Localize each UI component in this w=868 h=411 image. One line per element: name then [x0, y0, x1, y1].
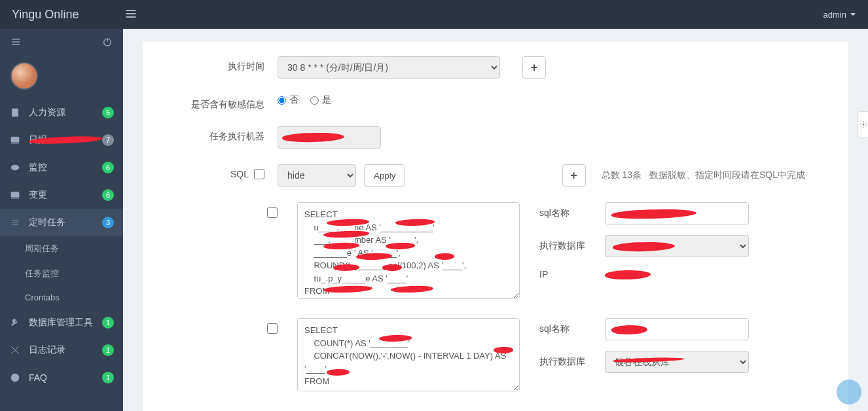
sql-textarea[interactable]	[297, 318, 520, 391]
sql-row-checkbox[interactable]	[267, 207, 278, 218]
info-icon	[9, 372, 21, 383]
badge: 6	[102, 189, 114, 201]
floating-action-button[interactable]	[837, 380, 861, 404]
menu-toggle-icon[interactable]	[10, 37, 21, 49]
badge: 7	[102, 134, 114, 146]
user-name: admin	[823, 10, 846, 20]
sidebar: 人力资源 5 日报 7 监控 6 变更 6 定时任务 3 周期任务 任务监控 C…	[0, 29, 123, 411]
sql-checkbox[interactable]	[254, 169, 264, 179]
monitor-icon	[9, 190, 21, 200]
sidebar-item-dbtools[interactable]: 数据库管理工具 1	[0, 309, 123, 336]
sidebar-item-label: 变更	[29, 189, 102, 201]
sql-textarea[interactable]	[297, 202, 520, 299]
settings-tab[interactable]	[858, 111, 868, 137]
sidebar-item-logs[interactable]: 日志记录 1	[0, 336, 123, 364]
gear-icon	[859, 120, 867, 128]
wrench-icon	[9, 317, 21, 328]
tools-icon	[9, 345, 21, 355]
power-icon[interactable]	[102, 37, 113, 49]
sidebar-item-label: FAQ	[29, 372, 102, 383]
sidebar-item-change[interactable]: 变更 6	[0, 181, 123, 209]
sql-block-1: sql名称 执行数据库 IP	[160, 202, 831, 301]
form-panel: 执行时间 30 8 * * * (分/时/周/日/月) + 是否含有敏感信息 否…	[143, 42, 848, 411]
exec-time-label: 执行时间	[160, 56, 278, 73]
svg-point-21	[862, 124, 864, 126]
eye-icon	[9, 162, 21, 173]
hide-select[interactable]: hide	[278, 164, 356, 187]
badge: 1	[102, 372, 114, 384]
brand-title: Yingu Online	[12, 8, 79, 22]
badge: 1	[102, 344, 114, 356]
sidebar-item-cron[interactable]: 定时任务 3	[0, 209, 123, 236]
sidebar-item-faq[interactable]: FAQ 1	[0, 364, 123, 391]
hamburger-icon[interactable]	[79, 7, 137, 22]
sql-label: SQL	[230, 169, 249, 179]
sidebar-item-report[interactable]: 日报 7	[0, 126, 123, 154]
cron-select[interactable]: 30 8 * * * (分/时/周/日/月)	[278, 56, 500, 79]
sidebar-item-label: 定时任务	[29, 217, 102, 228]
sql-name-label: sql名称	[539, 323, 605, 335]
executor-field	[278, 126, 381, 149]
file-icon	[9, 107, 21, 118]
sql-count: 总数 13条	[602, 170, 642, 181]
exec-db-label: 执行数据库	[539, 356, 605, 368]
add-sql-button[interactable]: +	[562, 164, 586, 187]
radio-yes[interactable]: 是	[310, 94, 331, 106]
ip-label: IP	[539, 269, 605, 279]
badge: 6	[102, 162, 114, 173]
sql-block-2: sql名称 执行数据库 银谷在线从库	[160, 318, 831, 393]
executor-label: 任务执行机器	[160, 126, 278, 143]
svg-rect-8	[12, 109, 18, 116]
monitor-icon	[9, 135, 21, 145]
svg-point-12	[14, 167, 16, 169]
sidebar-sub-taskmon[interactable]: 任务监控	[0, 261, 123, 286]
avatar[interactable]	[10, 62, 123, 90]
sidebar-item-label: 日志记录	[29, 344, 102, 356]
hint-text: 数据脱敏、指定时间段请在SQL中完成	[649, 170, 805, 181]
user-menu[interactable]: admin	[823, 10, 856, 20]
sidebar-sub-periodic[interactable]: 周期任务	[0, 236, 123, 261]
sidebar-sub-crontabs[interactable]: Crontabs	[0, 286, 123, 309]
sidebar-item-label: 数据库管理工具	[29, 317, 102, 329]
badge: 1	[102, 317, 114, 329]
sidebar-item-monitor[interactable]: 监控 6	[0, 154, 123, 181]
chevron-down-icon	[850, 11, 856, 18]
sidebar-item-label: 监控	[29, 162, 102, 173]
sidebar-item-label: 日报	[29, 134, 102, 146]
svg-rect-13	[11, 192, 19, 197]
sql-name-label: sql名称	[539, 207, 605, 219]
apply-button[interactable]: Apply	[364, 164, 405, 187]
list-icon	[9, 217, 21, 228]
badge: 3	[102, 217, 114, 228]
add-time-button[interactable]: +	[522, 56, 546, 79]
radio-no[interactable]: 否	[278, 94, 298, 106]
svg-rect-9	[11, 137, 19, 142]
sql-row-checkbox[interactable]	[267, 323, 278, 334]
sensitive-label: 是否含有敏感信息	[160, 94, 278, 111]
badge: 5	[102, 107, 114, 118]
exec-db-label: 执行数据库	[539, 240, 605, 252]
sidebar-item-hr[interactable]: 人力资源 5	[0, 99, 123, 126]
sidebar-item-label: 人力资源	[29, 107, 102, 118]
